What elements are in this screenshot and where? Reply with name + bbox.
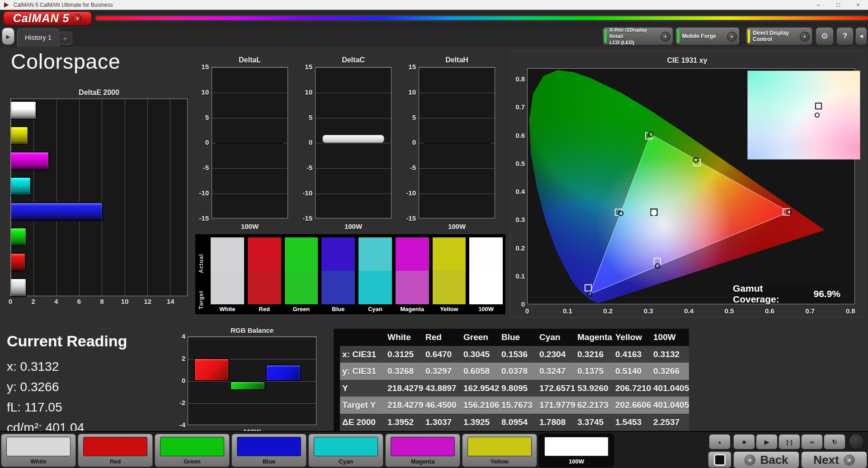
source-dropdown[interactable]: Mobile Forge ▼ [675, 27, 740, 45]
table-cell: 1.3925 [461, 414, 499, 431]
deltae-bar-yellow [11, 126, 28, 145]
delta-charts-row: DeltaL151050-5-10-15100WDeltaC151050-5-1… [194, 54, 505, 235]
pattern-button-green[interactable]: Green [155, 434, 230, 467]
cie-x-tick: 0.2 [599, 307, 617, 315]
swatch-column-magenta: Magenta [396, 237, 429, 314]
deltaC-x-label: 100W [315, 222, 392, 230]
back-button[interactable]: « Back [733, 451, 799, 468]
help-button[interactable]: ? [836, 27, 854, 45]
restore-button[interactable]: □ [828, 0, 848, 10]
swatch-label: White [211, 304, 244, 314]
display-control-dropdown[interactable]: Direct Display Control ▼ [746, 27, 812, 45]
actual-swatch-red [248, 237, 281, 271]
tab-scroll-button[interactable]: ▶ [2, 28, 14, 45]
deltaL-title: DeltaL [212, 56, 288, 64]
rgb-balance-chart: RGB Balance 100W 420-2-4 [176, 326, 326, 439]
pattern-button-yellow[interactable]: Yellow [462, 434, 537, 467]
table-cell: 0.0378 [499, 363, 537, 380]
table-header-White: White [385, 329, 423, 346]
swatch-column-green: Green [285, 237, 318, 314]
pattern-window-icon [714, 454, 726, 466]
table-cell: 218.4279 [385, 380, 423, 397]
deltaC-y-tick: -5 [298, 164, 312, 171]
swatch-label: Magenta [396, 304, 429, 314]
pause-button[interactable]: [-] [778, 434, 800, 449]
table-header-Blue: Blue [499, 329, 537, 346]
indicator-knob[interactable] [848, 434, 864, 450]
deltae-x-tick: 8 [96, 298, 107, 305]
settings-button[interactable]: ⚙ [816, 27, 834, 45]
pattern-button-blue[interactable]: Blue [231, 434, 307, 467]
measurement-table: WhiteRedGreenBlueCyanMagentaYellow100Wx:… [340, 329, 689, 431]
pattern-label: Cyan [309, 458, 383, 465]
play-button[interactable]: ▶ [756, 434, 778, 449]
deltae-chart-title: DeltaE 2000 [10, 89, 188, 97]
cie-1931-panel: CIE 1931 xy [510, 51, 864, 317]
table-header-Magenta: Magenta [575, 329, 613, 346]
table-cell: 171.9779 [537, 397, 575, 414]
deltaH-x-label: 100W [419, 222, 495, 230]
table-cell: 206.7210 [613, 380, 651, 397]
stop-icon: ■ [742, 439, 746, 445]
cie-x-tick: 0.3 [639, 307, 657, 315]
table-cell: 0.1375 [575, 363, 613, 380]
target-swatch-green [285, 271, 318, 304]
pattern-swatch [6, 437, 71, 456]
table-cell: 2.2537 [651, 414, 689, 431]
table-cell: 0.3247 [537, 363, 575, 380]
deltae-bar-white [11, 278, 27, 297]
actual-swatch-yellow [433, 237, 466, 271]
collapse-panel-button[interactable]: ◀ [855, 27, 867, 45]
swatch-column-blue: Blue [321, 237, 355, 314]
deltaC-y-tick: 15 [298, 63, 312, 71]
next-button-label: Next [813, 453, 839, 467]
pattern-window-button[interactable] [708, 451, 731, 468]
next-button[interactable]: Next » [801, 451, 867, 468]
white-measured-marker [815, 113, 820, 118]
pattern-button-100w[interactable]: 100W [539, 434, 614, 467]
deltaL-y-tick: 0 [194, 138, 209, 146]
deltaL-x-label: 100W [212, 222, 288, 230]
table-header-Cyan: Cyan [537, 329, 575, 346]
table-header-100W: 100W [651, 329, 689, 346]
stop-button[interactable]: ■ [733, 434, 755, 449]
deltae-x-tick: 2 [28, 298, 39, 305]
refresh-button[interactable]: ↻ [824, 434, 845, 449]
swatch-label: 100W [469, 304, 503, 314]
target-swatch-white [211, 271, 244, 304]
pattern-button-magenta[interactable]: Magenta [385, 434, 460, 467]
deltaH-bar-100w [424, 143, 490, 144]
pattern-button-cyan[interactable]: Cyan [308, 434, 383, 467]
close-button[interactable]: × [848, 0, 868, 10]
table-cell: 15.7673 [499, 397, 537, 414]
deltaC-bar-100w [322, 135, 384, 143]
cie-y-tick: 0.4 [510, 188, 525, 195]
add-tab-button[interactable]: + [58, 32, 72, 45]
swatch-columns: WhiteRedGreenBlueCyanMagentaYellow100W [211, 237, 503, 314]
tab-history-1[interactable]: History 1 [17, 28, 59, 47]
pattern-button-white[interactable]: White [1, 434, 76, 467]
table-cell: 62.2173 [575, 397, 613, 414]
table-row-label: ΔE 2000 [340, 414, 385, 431]
table-row-label: y: CIE31 [340, 363, 385, 380]
swatch-label: Cyan [359, 304, 392, 314]
minimize-button[interactable]: – [808, 0, 828, 10]
swatch-label: Yellow [433, 304, 466, 314]
table-cell: 162.9542 [461, 380, 499, 397]
reading-label: y: [7, 380, 20, 394]
chevron-down-icon: ▼ [800, 32, 810, 42]
meter-dropdown[interactable]: X-Rite i1Display Retail LCD (LED) ▼ [603, 27, 673, 45]
expand-panel-button[interactable]: ▲ [709, 434, 731, 449]
table-cell: 0.2304 [537, 346, 575, 363]
table-row-label: Y [340, 380, 385, 397]
pattern-label: Blue [232, 458, 306, 465]
deltae-x-tick: 0 [5, 298, 16, 305]
calman-logo-button[interactable]: CalMAN 5 ▼ [3, 11, 92, 26]
cie-x-tick: 0.4 [680, 307, 698, 315]
loop-button[interactable]: ∞ [801, 434, 823, 449]
deltaC-title: DeltaC [315, 56, 392, 64]
pattern-button-red[interactable]: Red [78, 434, 153, 467]
deltaL-y-tick: 15 [194, 63, 209, 71]
cie-y-tick: 0.8 [510, 75, 525, 83]
actual-target-swatch-strip: Actual Target WhiteRedGreenBlueCyanMagen… [195, 234, 505, 314]
